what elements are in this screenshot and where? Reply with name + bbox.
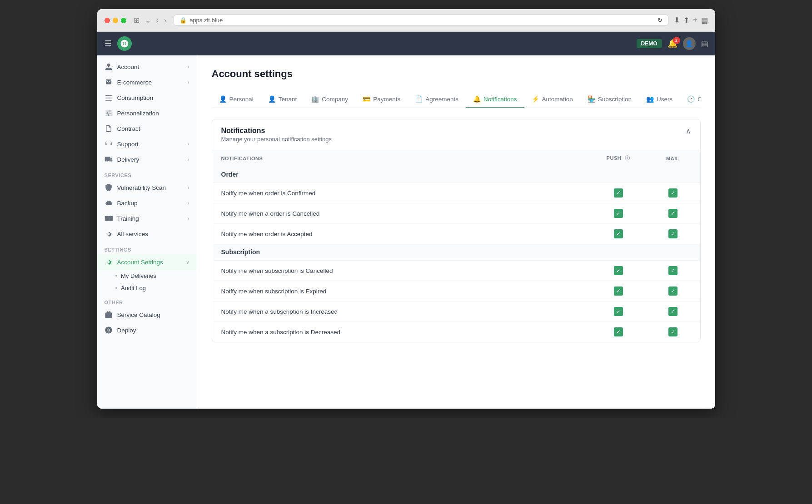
hamburger-menu[interactable]: ☰ xyxy=(105,39,112,49)
sidebar-sub-item-audit-log[interactable]: Audit Log xyxy=(97,282,197,294)
tab-users-label: Users xyxy=(657,96,673,103)
lightning-icon: ⚡ xyxy=(532,95,539,103)
panel-collapse-button[interactable]: ∧ xyxy=(686,127,691,135)
mail-checkbox[interactable]: ✓ xyxy=(668,307,677,316)
notification-count: 2 xyxy=(673,37,680,44)
push-cell: ✓ xyxy=(591,183,646,203)
sidebar-sub-item-my-deliveries[interactable]: My Deliveries xyxy=(97,270,197,282)
payments-icon: 💳 xyxy=(363,95,370,103)
sidebar-item-contract-label: Contract xyxy=(117,125,140,132)
sidebar-item-personalization-label: Personalization xyxy=(117,110,159,117)
user-avatar[interactable]: 👤 xyxy=(683,37,696,50)
mail-checkbox[interactable]: ✓ xyxy=(668,188,677,198)
new-tab-icon[interactable]: + xyxy=(693,16,697,25)
share-icon[interactable]: ⬆ xyxy=(683,16,689,25)
tab-agreements[interactable]: 📄 Agreements xyxy=(408,91,466,108)
sidebar-item-all-services[interactable]: All services xyxy=(97,226,197,242)
sidebar-item-backup[interactable]: Backup › xyxy=(97,195,197,211)
main-content: Account settings 👤 Personal 👤 Tenant 🏢 C… xyxy=(197,55,715,409)
col-mail-header: Mail xyxy=(646,150,700,166)
sidebar-item-account-settings[interactable]: Account Settings ∨ xyxy=(97,254,197,270)
push-checkbox[interactable]: ✓ xyxy=(614,307,623,316)
sidebar-item-personalization[interactable]: Personalization xyxy=(97,105,197,121)
forward-icon[interactable]: › xyxy=(162,15,168,25)
push-checkbox[interactable]: ✓ xyxy=(614,266,623,275)
tab-notifications-label: Notifications xyxy=(483,96,517,103)
sidebar-item-consumption[interactable]: Consumption xyxy=(97,90,197,105)
sidebar-toggle-icon[interactable]: ▤ xyxy=(701,16,708,25)
headset-icon xyxy=(105,140,113,148)
mail-checkbox[interactable]: ✓ xyxy=(668,209,677,218)
mail-cell: ✓ xyxy=(646,183,700,203)
tab-automation[interactable]: ⚡ Automation xyxy=(524,91,580,108)
table-row: Notify me when a subscription is Decreas… xyxy=(212,322,700,342)
address-bar[interactable]: 🔒 apps.zit.blue ↻ xyxy=(174,15,668,26)
sidebar-item-vulnerability-scan[interactable]: Vulnerability Scan › xyxy=(97,180,197,195)
table-row: Notify me when a subscription is Increas… xyxy=(212,301,700,322)
sidebar-item-delivery-label: Delivery xyxy=(117,156,139,163)
tab-personal[interactable]: 👤 Personal xyxy=(212,91,261,108)
sidebar-item-contract[interactable]: Contract xyxy=(97,121,197,136)
group-label: Order xyxy=(212,166,700,183)
refresh-icon[interactable]: ↻ xyxy=(658,17,663,24)
demo-badge: DEMO xyxy=(637,39,662,48)
tab-notifications[interactable]: 🔔 Notifications xyxy=(466,91,524,108)
cloud-icon xyxy=(105,199,113,207)
maximize-button[interactable] xyxy=(121,18,126,23)
sidebar-item-vulnerability-scan-label: Vulnerability Scan xyxy=(117,184,166,191)
tab-tenant[interactable]: 👤 Tenant xyxy=(261,91,304,108)
sidebar-item-service-catalog[interactable]: Service Catalog xyxy=(97,307,197,322)
tab-order-h[interactable]: 🕐 Order h xyxy=(680,91,700,108)
push-checkbox[interactable]: ✓ xyxy=(614,229,623,238)
sidebar-item-account[interactable]: Account › xyxy=(97,59,197,74)
layout-toggle-icon[interactable]: ▤ xyxy=(701,40,708,48)
sidebar-item-training[interactable]: Training › xyxy=(97,211,197,226)
table-group-order: Order xyxy=(212,166,700,183)
mail-checkbox[interactable]: ✓ xyxy=(668,266,677,275)
tenant-icon: 👤 xyxy=(268,95,276,103)
tab-company[interactable]: 🏢 Company xyxy=(304,91,355,108)
sidebar-item-delivery[interactable]: Delivery › xyxy=(97,152,197,167)
person-icon xyxy=(105,63,113,71)
tab-users[interactable]: 👥 Users xyxy=(639,91,680,108)
push-cell: ✓ xyxy=(591,322,646,342)
sidebar-item-deploy[interactable]: Deploy xyxy=(97,322,197,338)
mail-checkbox[interactable]: ✓ xyxy=(668,327,677,336)
sidebar-item-training-label: Training xyxy=(117,215,139,222)
tab-payments[interactable]: 💳 Payments xyxy=(355,91,408,108)
mail-checkbox[interactable]: ✓ xyxy=(668,287,677,296)
close-button[interactable] xyxy=(105,18,110,23)
mail-checkbox[interactable]: ✓ xyxy=(668,229,677,238)
store-icon xyxy=(105,78,113,86)
table-row: Notify me when subscription is Expired ✓… xyxy=(212,281,700,301)
push-checkbox[interactable]: ✓ xyxy=(614,327,623,336)
push-checkbox[interactable]: ✓ xyxy=(614,209,623,218)
push-info-icon[interactable]: ⓘ xyxy=(625,155,630,161)
download-icon[interactable]: ⬇ xyxy=(674,16,680,25)
sidebar-item-ecommerce-label: E-commerce xyxy=(117,79,152,86)
tab-subscription-label: Subscription xyxy=(598,96,632,103)
minimize-button[interactable] xyxy=(113,18,118,23)
tab-subscription[interactable]: 🏪 Subscription xyxy=(580,91,639,108)
sidebar-item-support[interactable]: Support › xyxy=(97,136,197,152)
chevron-down-icon[interactable]: ⌄ xyxy=(143,15,153,25)
sidebar-item-ecommerce[interactable]: E-commerce › xyxy=(97,74,197,90)
page-title: Account settings xyxy=(212,68,701,80)
chevron-right-icon: › xyxy=(188,157,189,162)
panel-header: Notifications Manage your personal notif… xyxy=(212,119,700,150)
push-checkbox[interactable]: ✓ xyxy=(614,188,623,198)
sidebar-item-support-label: Support xyxy=(117,141,139,148)
back-icon[interactable]: ‹ xyxy=(154,15,160,25)
top-navbar: ☰ DEMO 🔔 2 👤 ▤ xyxy=(97,32,715,55)
person-icon: 👤 xyxy=(219,95,227,103)
col-notifications-header: NOTIFICATIONS xyxy=(212,150,591,166)
push-checkbox[interactable]: ✓ xyxy=(614,287,623,296)
notifications-button[interactable]: 🔔 2 xyxy=(668,39,677,49)
lock-icon: 🔒 xyxy=(179,17,187,24)
sidebar-item-account-settings-label: Account Settings xyxy=(117,259,163,266)
sidebar-item-backup-label: Backup xyxy=(117,200,138,207)
list-icon xyxy=(105,94,113,102)
sidebar-item-consumption-label: Consumption xyxy=(117,94,154,101)
tab-grid-icon[interactable]: ⊞ xyxy=(132,15,141,25)
notification-label: Notify me when order is Accepted xyxy=(212,224,591,244)
